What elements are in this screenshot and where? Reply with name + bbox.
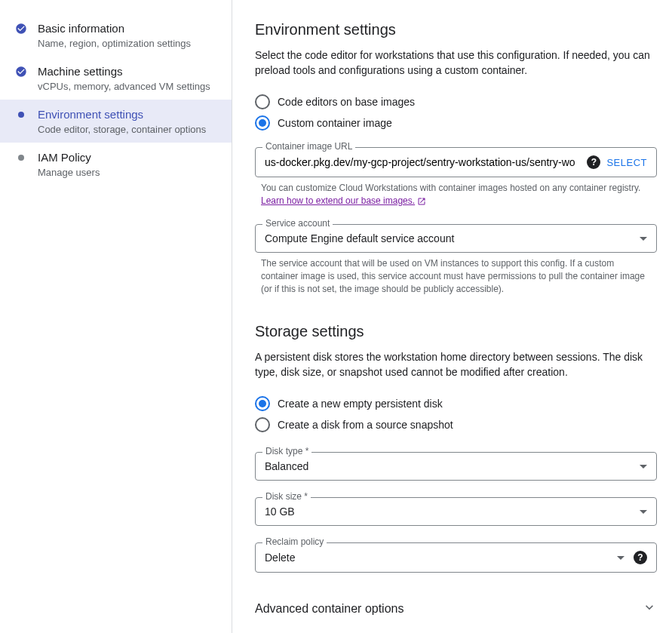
disk-type-field: Disk type * Balanced bbox=[255, 452, 657, 481]
reclaim-policy-field: Reclaim policy Delete ? bbox=[255, 542, 657, 573]
step-environment-settings[interactable]: Environment settings Code editor, storag… bbox=[0, 100, 232, 143]
step-title: Basic information bbox=[38, 21, 219, 36]
step-title: Environment settings bbox=[38, 107, 219, 122]
field-label: Service account bbox=[262, 218, 333, 229]
radio-label: Create a disk from a source snapshot bbox=[278, 419, 453, 431]
disk-size-select[interactable]: 10 GB bbox=[255, 497, 657, 526]
radio-label: Code editors on base images bbox=[278, 96, 415, 108]
dropdown-caret-icon bbox=[640, 510, 647, 514]
steps-sidebar: Basic information Name, region, optimiza… bbox=[0, 0, 232, 633]
radio-code-editors-base[interactable]: Code editors on base images bbox=[255, 91, 657, 112]
radio-custom-container[interactable]: Custom container image bbox=[255, 112, 657, 134]
chevron-down-icon bbox=[642, 600, 657, 617]
field-label: Disk type * bbox=[262, 446, 311, 456]
radio-label: Custom container image bbox=[278, 117, 392, 129]
main-content: Environment settings Select the code edi… bbox=[232, 0, 672, 633]
help-icon[interactable]: ? bbox=[587, 155, 600, 169]
learn-base-images-link[interactable]: Learn how to extend our base images. bbox=[261, 195, 426, 206]
step-title: Machine settings bbox=[38, 64, 219, 79]
environment-settings-description: Select the code editor for workstations … bbox=[255, 48, 657, 78]
check-circle-icon bbox=[15, 23, 27, 35]
pending-step-dot-icon bbox=[15, 152, 27, 164]
storage-settings-heading: Storage settings bbox=[255, 323, 657, 340]
disk-size-field: Disk size * 10 GB bbox=[255, 497, 657, 526]
container-image-url-input[interactable] bbox=[265, 156, 581, 168]
dropdown-caret-icon bbox=[640, 465, 647, 469]
expander-title: Advanced container options bbox=[255, 602, 404, 616]
environment-settings-heading: Environment settings bbox=[255, 21, 657, 38]
field-label: Reclaim policy bbox=[262, 536, 327, 547]
step-iam-policy[interactable]: IAM Policy Manage users bbox=[0, 143, 232, 186]
select-value: Compute Engine default service account bbox=[265, 232, 454, 244]
container-image-hint: You can customize Cloud Workstations wit… bbox=[255, 182, 657, 207]
select-value: Balanced bbox=[265, 460, 308, 472]
step-subtitle: vCPUs, memory, advanced VM settings bbox=[38, 81, 219, 92]
field-label: Container image URL bbox=[262, 141, 355, 152]
current-step-dot-icon bbox=[15, 109, 27, 121]
step-basic-information[interactable]: Basic information Name, region, optimiza… bbox=[0, 14, 232, 57]
radio-icon bbox=[255, 115, 270, 131]
radio-icon bbox=[255, 94, 270, 109]
reclaim-policy-select[interactable]: Delete ? bbox=[255, 542, 657, 573]
select-image-button[interactable]: SELECT bbox=[606, 157, 647, 168]
check-circle-icon bbox=[15, 66, 27, 78]
service-account-hint: The service account that will be used on… bbox=[255, 257, 657, 296]
radio-label: Create a new empty persistent disk bbox=[278, 398, 443, 410]
step-machine-settings[interactable]: Machine settings vCPUs, memory, advanced… bbox=[0, 57, 232, 100]
step-subtitle: Code editor, storage, container options bbox=[38, 124, 219, 135]
select-value: 10 GB bbox=[265, 505, 295, 518]
step-subtitle: Manage users bbox=[38, 167, 219, 178]
radio-icon bbox=[255, 417, 270, 432]
advanced-container-options-expander[interactable]: Advanced container options bbox=[255, 588, 657, 629]
external-link-icon bbox=[417, 197, 426, 206]
container-image-url-field: Container image URL ? SELECT bbox=[255, 147, 657, 177]
help-icon[interactable]: ? bbox=[634, 551, 647, 564]
dropdown-caret-icon bbox=[640, 237, 647, 241]
field-label: Disk size * bbox=[262, 491, 311, 502]
storage-settings-description: A persistent disk stores the workstation… bbox=[255, 349, 657, 379]
radio-new-disk[interactable]: Create a new empty persistent disk bbox=[255, 393, 657, 414]
disk-type-select[interactable]: Balanced bbox=[255, 452, 657, 481]
step-subtitle: Name, region, optimization settings bbox=[38, 38, 219, 49]
radio-snapshot-disk[interactable]: Create a disk from a source snapshot bbox=[255, 414, 657, 435]
select-value: Delete bbox=[265, 552, 295, 564]
dropdown-caret-icon bbox=[617, 556, 624, 560]
service-account-field: Service account Compute Engine default s… bbox=[255, 224, 657, 253]
step-title: IAM Policy bbox=[38, 150, 219, 165]
radio-icon bbox=[255, 396, 270, 411]
